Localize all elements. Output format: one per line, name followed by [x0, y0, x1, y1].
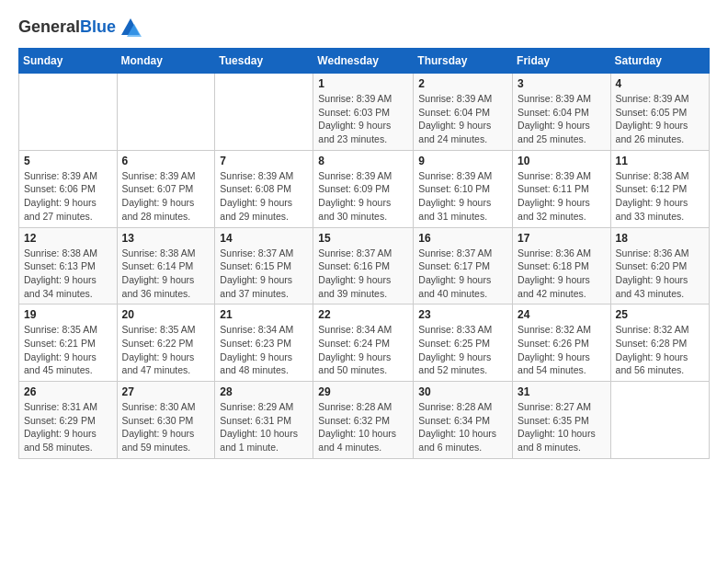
day-detail: Sunrise: 8:35 AM Sunset: 6:22 PM Dayligh…	[122, 323, 210, 377]
header: GeneralBlue	[18, 15, 710, 40]
day-cell: 6Sunrise: 8:39 AM Sunset: 6:07 PM Daylig…	[117, 150, 215, 227]
day-detail: Sunrise: 8:36 AM Sunset: 6:18 PM Dayligh…	[518, 247, 606, 301]
day-cell: 3Sunrise: 8:39 AM Sunset: 6:04 PM Daylig…	[513, 74, 611, 151]
day-cell: 4Sunrise: 8:39 AM Sunset: 6:05 PM Daylig…	[610, 74, 709, 151]
day-number: 9	[418, 155, 507, 167]
day-detail: Sunrise: 8:28 AM Sunset: 6:34 PM Dayligh…	[418, 400, 507, 454]
calendar-table: SundayMondayTuesdayWednesdayThursdayFrid…	[18, 48, 710, 459]
day-detail: Sunrise: 8:35 AM Sunset: 6:21 PM Dayligh…	[24, 323, 112, 377]
day-detail: Sunrise: 8:37 AM Sunset: 6:17 PM Dayligh…	[418, 247, 507, 301]
day-number: 2	[418, 77, 507, 90]
weekday-header-sunday: Sunday	[19, 49, 118, 74]
day-cell: 19Sunrise: 8:35 AM Sunset: 6:21 PM Dayli…	[19, 304, 118, 382]
weekday-header-saturday: Saturday	[610, 49, 709, 74]
day-number: 23	[418, 308, 507, 321]
weekday-header-wednesday: Wednesday	[313, 49, 414, 74]
day-cell: 25Sunrise: 8:32 AM Sunset: 6:28 PM Dayli…	[610, 304, 709, 382]
day-detail: Sunrise: 8:39 AM Sunset: 6:04 PM Dayligh…	[418, 92, 507, 146]
day-cell: 12Sunrise: 8:38 AM Sunset: 6:13 PM Dayli…	[19, 227, 118, 304]
day-number: 19	[24, 308, 112, 321]
logo-icon	[118, 15, 143, 40]
day-number: 12	[24, 232, 112, 245]
day-cell: 9Sunrise: 8:39 AM Sunset: 6:10 PM Daylig…	[414, 150, 513, 227]
day-number: 16	[418, 232, 507, 245]
day-detail: Sunrise: 8:39 AM Sunset: 6:03 PM Dayligh…	[318, 92, 408, 146]
page: GeneralBlue SundayMondayTuesdayWednesday…	[0, 0, 728, 477]
day-cell	[610, 382, 709, 459]
day-number: 31	[518, 385, 606, 398]
day-cell: 14Sunrise: 8:37 AM Sunset: 6:15 PM Dayli…	[215, 227, 313, 304]
week-row-4: 26Sunrise: 8:31 AM Sunset: 6:29 PM Dayli…	[19, 382, 710, 459]
day-detail: Sunrise: 8:39 AM Sunset: 6:07 PM Dayligh…	[122, 169, 210, 224]
day-number: 13	[122, 232, 210, 245]
day-detail: Sunrise: 8:39 AM Sunset: 6:06 PM Dayligh…	[24, 169, 112, 224]
day-number: 26	[24, 385, 112, 398]
day-cell: 29Sunrise: 8:28 AM Sunset: 6:32 PM Dayli…	[313, 382, 414, 459]
day-cell: 16Sunrise: 8:37 AM Sunset: 6:17 PM Dayli…	[414, 227, 513, 304]
day-detail: Sunrise: 8:38 AM Sunset: 6:12 PM Dayligh…	[616, 169, 704, 224]
day-cell: 31Sunrise: 8:27 AM Sunset: 6:35 PM Dayli…	[513, 382, 611, 459]
day-number: 15	[318, 232, 408, 245]
day-number: 27	[122, 385, 210, 398]
day-detail: Sunrise: 8:32 AM Sunset: 6:26 PM Dayligh…	[518, 323, 606, 377]
day-number: 30	[418, 385, 507, 398]
day-cell	[215, 74, 313, 151]
day-cell: 17Sunrise: 8:36 AM Sunset: 6:18 PM Dayli…	[513, 227, 611, 304]
day-detail: Sunrise: 8:37 AM Sunset: 6:16 PM Dayligh…	[318, 247, 408, 301]
weekday-header-row: SundayMondayTuesdayWednesdayThursdayFrid…	[19, 49, 710, 74]
day-cell: 30Sunrise: 8:28 AM Sunset: 6:34 PM Dayli…	[414, 382, 513, 459]
logo-text: GeneralBlue	[18, 18, 116, 37]
day-detail: Sunrise: 8:32 AM Sunset: 6:28 PM Dayligh…	[616, 323, 704, 377]
day-number: 14	[220, 232, 308, 245]
week-row-1: 5Sunrise: 8:39 AM Sunset: 6:06 PM Daylig…	[19, 150, 710, 227]
day-detail: Sunrise: 8:31 AM Sunset: 6:29 PM Dayligh…	[24, 400, 112, 454]
day-detail: Sunrise: 8:34 AM Sunset: 6:23 PM Dayligh…	[220, 323, 308, 377]
day-cell: 23Sunrise: 8:33 AM Sunset: 6:25 PM Dayli…	[414, 304, 513, 382]
day-detail: Sunrise: 8:39 AM Sunset: 6:08 PM Dayligh…	[220, 169, 308, 224]
day-number: 28	[220, 385, 308, 398]
day-cell: 18Sunrise: 8:36 AM Sunset: 6:20 PM Dayli…	[610, 227, 709, 304]
day-number: 1	[318, 77, 408, 90]
day-detail: Sunrise: 8:34 AM Sunset: 6:24 PM Dayligh…	[318, 323, 408, 377]
day-detail: Sunrise: 8:38 AM Sunset: 6:13 PM Dayligh…	[24, 247, 112, 301]
day-cell: 22Sunrise: 8:34 AM Sunset: 6:24 PM Dayli…	[313, 304, 414, 382]
day-number: 17	[518, 232, 606, 245]
day-cell	[117, 74, 215, 151]
day-detail: Sunrise: 8:28 AM Sunset: 6:32 PM Dayligh…	[318, 400, 408, 454]
day-number: 7	[220, 155, 308, 167]
day-number: 21	[220, 308, 308, 321]
day-number: 25	[616, 308, 704, 321]
day-detail: Sunrise: 8:38 AM Sunset: 6:14 PM Dayligh…	[122, 247, 210, 301]
weekday-header-friday: Friday	[513, 49, 611, 74]
day-cell: 7Sunrise: 8:39 AM Sunset: 6:08 PM Daylig…	[215, 150, 313, 227]
day-number: 18	[616, 232, 704, 245]
week-row-2: 12Sunrise: 8:38 AM Sunset: 6:13 PM Dayli…	[19, 227, 710, 304]
day-number: 4	[616, 77, 704, 90]
day-detail: Sunrise: 8:37 AM Sunset: 6:15 PM Dayligh…	[220, 247, 308, 301]
day-detail: Sunrise: 8:27 AM Sunset: 6:35 PM Dayligh…	[518, 400, 606, 454]
day-cell: 1Sunrise: 8:39 AM Sunset: 6:03 PM Daylig…	[313, 74, 414, 151]
day-number: 11	[616, 155, 704, 167]
day-detail: Sunrise: 8:29 AM Sunset: 6:31 PM Dayligh…	[220, 400, 308, 454]
logo: GeneralBlue	[18, 15, 143, 40]
day-number: 5	[24, 155, 112, 167]
day-number: 3	[518, 77, 606, 90]
day-cell: 10Sunrise: 8:39 AM Sunset: 6:11 PM Dayli…	[513, 150, 611, 227]
day-detail: Sunrise: 8:39 AM Sunset: 6:09 PM Dayligh…	[318, 169, 408, 224]
day-cell: 24Sunrise: 8:32 AM Sunset: 6:26 PM Dayli…	[513, 304, 611, 382]
day-cell: 20Sunrise: 8:35 AM Sunset: 6:22 PM Dayli…	[117, 304, 215, 382]
day-number: 6	[122, 155, 210, 167]
day-number: 24	[518, 308, 606, 321]
day-detail: Sunrise: 8:39 AM Sunset: 6:10 PM Dayligh…	[418, 169, 507, 224]
weekday-header-tuesday: Tuesday	[215, 49, 313, 74]
day-number: 10	[518, 155, 606, 167]
weekday-header-thursday: Thursday	[414, 49, 513, 74]
day-number: 22	[318, 308, 408, 321]
day-number: 29	[318, 385, 408, 398]
week-row-0: 1Sunrise: 8:39 AM Sunset: 6:03 PM Daylig…	[19, 74, 710, 151]
day-cell: 15Sunrise: 8:37 AM Sunset: 6:16 PM Dayli…	[313, 227, 414, 304]
day-cell: 13Sunrise: 8:38 AM Sunset: 6:14 PM Dayli…	[117, 227, 215, 304]
day-detail: Sunrise: 8:39 AM Sunset: 6:04 PM Dayligh…	[518, 92, 606, 146]
day-cell: 8Sunrise: 8:39 AM Sunset: 6:09 PM Daylig…	[313, 150, 414, 227]
day-detail: Sunrise: 8:39 AM Sunset: 6:05 PM Dayligh…	[616, 92, 704, 146]
